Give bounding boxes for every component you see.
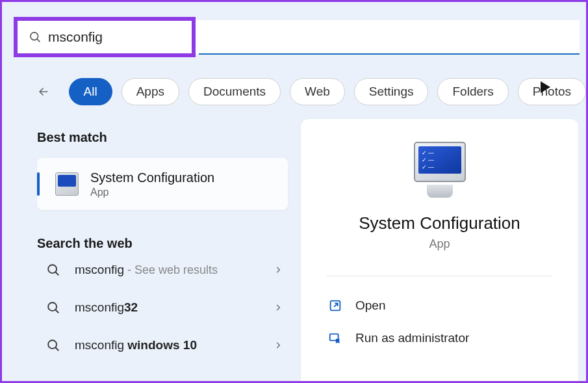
svg-line-8 (55, 347, 58, 350)
divider (327, 276, 552, 276)
filter-web[interactable]: Web (290, 78, 345, 105)
back-button[interactable] (38, 85, 50, 99)
system-configuration-icon (55, 172, 79, 196)
filter-apps[interactable]: Apps (121, 78, 179, 105)
detail-panel: ✓ —✓ —✓ — System Configuration App Open … (301, 119, 578, 381)
filter-row: All Apps Documents Web Settings Folders … (38, 73, 586, 109)
scroll-right-icon[interactable] (541, 81, 550, 93)
web-result-bold: windows 10 (127, 338, 197, 352)
best-match-title: System Configuration (90, 170, 214, 185)
filter-documents[interactable]: Documents (188, 78, 281, 105)
web-result-prefix: msconfig (75, 338, 127, 352)
action-label: Run as administrator (355, 331, 469, 345)
web-result[interactable]: msconfig32 (37, 289, 288, 326)
filter-folders[interactable]: Folders (437, 78, 508, 105)
search-icon (46, 338, 60, 352)
web-result-prefix: msconfig (75, 300, 124, 314)
action-label: Open (355, 298, 385, 313)
web-result[interactable]: msconfig windows 10 (37, 326, 288, 364)
svg-line-6 (55, 310, 58, 313)
best-match-result[interactable]: System Configuration App (37, 158, 288, 210)
svg-point-7 (48, 340, 57, 349)
detail-subtitle: App (429, 237, 450, 251)
chevron-right-icon (274, 265, 283, 274)
run-as-admin-action[interactable]: Run as administrator (327, 322, 552, 354)
filter-all[interactable]: All (69, 78, 112, 105)
web-result[interactable]: msconfig - See web results (37, 251, 288, 289)
search-bar[interactable] (17, 20, 580, 54)
svg-point-5 (48, 302, 57, 311)
open-action[interactable]: Open (327, 289, 552, 322)
web-result-hint: - See web results (124, 263, 218, 276)
open-icon (328, 298, 342, 313)
search-web-heading: Search the web (37, 236, 288, 251)
svg-line-4 (55, 272, 58, 275)
search-icon (46, 263, 60, 277)
search-input[interactable] (42, 20, 580, 54)
search-icon (29, 31, 42, 44)
chevron-right-icon (274, 303, 283, 312)
filter-settings[interactable]: Settings (354, 78, 429, 105)
svg-point-3 (48, 265, 57, 273)
search-icon (46, 300, 60, 315)
svg-line-1 (37, 39, 40, 42)
svg-point-0 (31, 33, 38, 40)
web-result-bold: 32 (124, 300, 138, 314)
chevron-right-icon (274, 341, 283, 350)
admin-icon (328, 331, 342, 345)
filter-photos[interactable]: Photos (518, 78, 586, 105)
web-result-prefix: msconfig (75, 263, 124, 276)
detail-title: System Configuration (359, 213, 520, 233)
best-match-subtitle: App (90, 187, 214, 198)
best-match-heading: Best match (37, 130, 288, 145)
system-configuration-icon: ✓ —✓ —✓ — (407, 142, 472, 198)
